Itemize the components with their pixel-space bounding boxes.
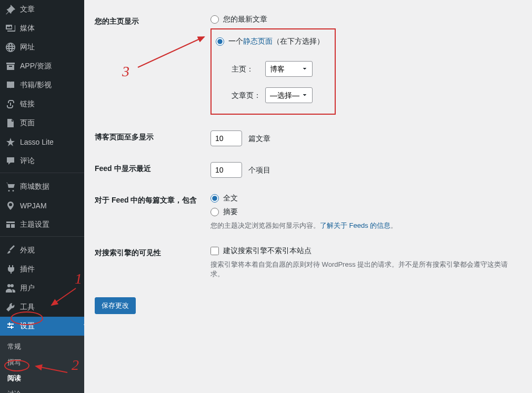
sidebar-item-brush[interactable]: 外观 <box>0 241 84 260</box>
settings-reading-content: 您的主页显示 您的最新文章 一个静态页面（在下方选择） 主页： 博客 文章页： … <box>84 0 532 393</box>
annotation-3: 3 <box>122 63 129 80</box>
settings-icon <box>5 321 16 331</box>
sidebar-item-label: 用户 <box>20 284 35 293</box>
seo-label: 对搜索引擎的可见性 <box>95 246 210 279</box>
radio-feed-full-label: 全文 <box>223 194 238 203</box>
sidebar-item-label: 商城数据 <box>20 182 49 192</box>
lasso-icon <box>5 137 16 147</box>
sidebar-item-link[interactable]: 链接 <box>0 95 84 114</box>
admin-sidebar: 文章媒体网址APP/资源书籍/影视链接页面Lasso Lite评论商城数据WPJ… <box>0 0 84 393</box>
wpjam-icon <box>5 200 16 211</box>
posts-page-select-label: 文章页： <box>232 91 263 100</box>
theme-icon <box>5 219 16 230</box>
seo-noindex-label: 建议搜索引擎不索引本站点 <box>223 246 312 256</box>
sidebar-item-label: APP/资源 <box>20 62 52 71</box>
radio-feed-full[interactable] <box>210 194 219 203</box>
blog-max-input[interactable] <box>210 130 242 146</box>
sidebar-item-comment[interactable]: 评论 <box>0 152 84 170</box>
sidebar-item-label: 网址 <box>20 43 35 52</box>
static-page-link[interactable]: 静态页面 <box>243 37 273 45</box>
sidebar-item-plugin[interactable]: 插件 <box>0 260 84 279</box>
submenu-item[interactable]: 讨论 <box>0 386 84 393</box>
feed-recent-label: Feed 中显示最近 <box>95 162 210 178</box>
sidebar-item-media[interactable]: 媒体 <box>0 19 84 38</box>
link-icon <box>5 99 16 109</box>
sidebar-item-label: 工具 <box>20 303 35 312</box>
annotation-2: 2 <box>72 357 79 374</box>
sidebar-item-book[interactable]: 书籍/影视 <box>0 76 84 95</box>
radio-latest-posts-label: 您的最新文章 <box>223 15 267 24</box>
sidebar-item-label: Lasso Lite <box>20 138 54 146</box>
sidebar-item-label: 文章 <box>20 5 35 14</box>
save-button[interactable]: 保存更改 <box>95 297 136 314</box>
brush-icon <box>5 245 16 256</box>
book-icon <box>5 80 16 90</box>
sidebar-item-lasso[interactable]: Lasso Lite <box>0 133 84 152</box>
homepage-select[interactable]: 博客 <box>265 61 313 77</box>
homepage-select-label: 主页： <box>232 65 263 74</box>
pin-icon <box>5 4 16 15</box>
sidebar-item-label: 链接 <box>20 99 35 109</box>
homepage-display-label: 您的主页显示 <box>95 15 210 115</box>
radio-feed-summary[interactable] <box>210 208 219 216</box>
comment-icon <box>5 156 16 166</box>
sidebar-item-wrench[interactable]: 工具 <box>0 298 84 317</box>
sidebar-item-pin[interactable]: 文章 <box>0 0 84 19</box>
seo-noindex-checkbox[interactable] <box>210 247 219 255</box>
sidebar-item-globe[interactable]: 网址 <box>0 38 84 57</box>
sidebar-item-label: 评论 <box>20 156 35 166</box>
plugin-icon <box>5 264 16 275</box>
sidebar-item-archive[interactable]: APP/资源 <box>0 57 84 76</box>
posts-page-select[interactable]: —选择— <box>265 87 313 103</box>
static-page-highlight: 一个静态页面（在下方选择） 主页： 博客 文章页： —选择— <box>210 28 336 115</box>
sidebar-item-users[interactable]: 用户 <box>0 279 84 298</box>
sidebar-item-label: 页面 <box>20 118 35 128</box>
sidebar-item-page[interactable]: 页面 <box>0 114 84 133</box>
feed-recent-unit: 个项目 <box>248 166 270 174</box>
archive-icon <box>5 61 16 72</box>
blog-max-unit: 篇文章 <box>248 134 270 143</box>
users-icon <box>5 283 16 294</box>
sidebar-item-label: 书籍/影视 <box>20 80 52 90</box>
seo-desc: 搜索引擎将本着自觉自愿的原则对待 WordPress 提出的请求。并不是所有搜索… <box>210 260 521 279</box>
radio-feed-summary-label: 摘要 <box>223 207 238 217</box>
radio-static-page[interactable] <box>216 37 224 46</box>
sidebar-item-label: WPJAM <box>20 201 47 210</box>
sidebar-item-cart[interactable]: 商城数据 <box>0 177 84 196</box>
sidebar-item-settings[interactable]: 设置 <box>0 317 84 336</box>
feed-desc: 您的主题决定浏览器如何显示内容。了解关于 Feeds 的信息。 <box>210 221 521 230</box>
media-icon <box>5 23 16 34</box>
sidebar-item-label: 媒体 <box>20 24 35 33</box>
globe-icon <box>5 42 16 53</box>
wrench-icon <box>5 302 16 313</box>
sidebar-item-label: 设置 <box>20 321 35 331</box>
sidebar-item-label: 外观 <box>20 246 35 255</box>
sidebar-item-label: 主题设置 <box>20 220 49 229</box>
submenu-item[interactable]: 常规 <box>0 339 84 355</box>
feed-learn-link[interactable]: 了解关于 Feeds 的信息 <box>320 221 390 229</box>
feed-content-label: 对于 Feed 中的每篇文章，包含 <box>95 194 210 230</box>
feed-recent-input[interactable] <box>210 162 242 178</box>
cart-icon <box>5 182 16 192</box>
blog-max-label: 博客页面至多显示 <box>95 130 210 146</box>
radio-latest-posts[interactable] <box>210 15 219 24</box>
sidebar-item-theme[interactable]: 主题设置 <box>0 215 84 234</box>
page-icon <box>5 118 16 128</box>
sidebar-item-label: 插件 <box>20 265 35 274</box>
sidebar-item-wpjam[interactable]: WPJAM <box>0 196 84 215</box>
annotation-1: 1 <box>75 270 82 287</box>
